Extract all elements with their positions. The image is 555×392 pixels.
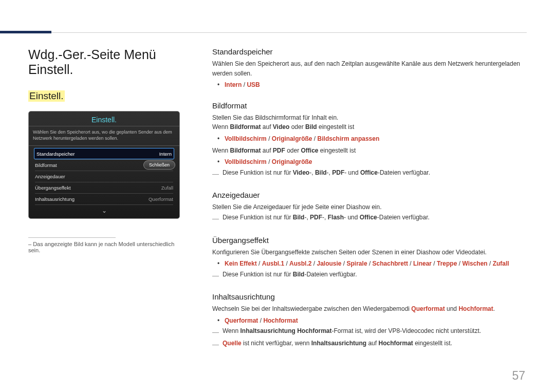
option-list-item: Vollbildschirm / Originalgröße / Bildsch… — [225, 134, 527, 144]
panel-row-inhaltsausrichtung: InhaltsausrichtungQuerformat — [35, 193, 173, 204]
option-list-item: Querformat / Hochformat — [225, 316, 527, 326]
footnote-rule — [28, 237, 116, 238]
panel-row-anzeigedauer: Anzeigedauer — [35, 171, 173, 182]
section-heading: Standardspeicher — [212, 47, 527, 56]
section-inhaltsausrichtung: Inhaltsausrichtung Wechseln Sie bei der … — [212, 292, 527, 350]
condition-text: Wenn Bildformat auf PDF oder Office eing… — [212, 146, 527, 156]
note-line: ―Diese Funktion ist nur für Video-, Bild… — [212, 169, 527, 179]
note-line: ―Diese Funktion ist nur für Bild-Dateien… — [212, 271, 527, 281]
section-body: Stellen Sie das Bildschirmformat für Inh… — [212, 113, 527, 123]
close-button: Schließen — [143, 160, 175, 170]
section-heading: Inhaltsausrichtung — [212, 292, 527, 301]
panel-row-standardspeicher: StandardspeicherIntern — [34, 148, 174, 159]
section-standardspeicher: Standardspeicher Wählen Sie den Speicher… — [212, 47, 527, 90]
section-body: Konfigurieren Sie Übergangseffekte zwisc… — [212, 248, 527, 257]
note-line: ―Diese Funktion ist nur für Bild-, PDF-,… — [212, 214, 527, 224]
panel-title: Einstell. — [29, 111, 179, 126]
page-number: 57 — [512, 369, 525, 383]
chevron-down-icon: ⌄ — [35, 204, 173, 215]
condition-text: Wenn Bildformat auf Video oder Bild eing… — [212, 122, 527, 132]
note-line: ―Quelle ist nicht verfügbar, wenn Inhalt… — [212, 340, 527, 350]
section-heading: Übergangseffekt — [212, 236, 527, 245]
option-list-item: Vollbildschirm / Originalgröße — [225, 157, 527, 167]
section-bildformat: Bildformat Stellen Sie das Bildschirmfor… — [212, 101, 527, 179]
option-list-item: Kein Effekt / Ausbl.1 / Ausbl.2 / Jalous… — [225, 259, 527, 269]
section-uebergangseffekt: Übergangseffekt Konfigurieren Sie Überga… — [212, 236, 527, 281]
footnote-text: – Das angezeigte Bild kann je nach Model… — [28, 241, 182, 253]
page-header-rule — [28, 27, 527, 34]
section-body: Wählen Sie den Speicherort aus, auf den … — [212, 59, 527, 78]
note-line: ―Wenn Inhaltsausrichtung Hochformat-Form… — [212, 327, 527, 338]
section-body: Wechseln Sie bei der Inhaltswiedergabe z… — [212, 304, 527, 314]
section-anzeigedauer: Anzeigedauer Stellen Sie die Anzeigedaue… — [212, 191, 527, 225]
option-list-item: Intern / USB — [225, 80, 527, 90]
panel-description: Wählen Sie den Speicherort aus, wo die g… — [29, 126, 179, 146]
panel-row-uebergangseffekt: ÜbergangseffektZufall — [35, 182, 173, 193]
section-body: Stellen Sie die Anzeigedauer für jede Se… — [212, 202, 527, 212]
section-heading: Anzeigedauer — [212, 191, 527, 199]
page-title: Wdg.-Ger.-Seite Menü Einstell. — [28, 47, 182, 77]
section-highlight: Einstell. — [28, 90, 65, 102]
settings-panel-screenshot: Einstell. Wählen Sie den Speicherort aus… — [28, 111, 180, 219]
section-heading: Bildformat — [212, 101, 527, 110]
